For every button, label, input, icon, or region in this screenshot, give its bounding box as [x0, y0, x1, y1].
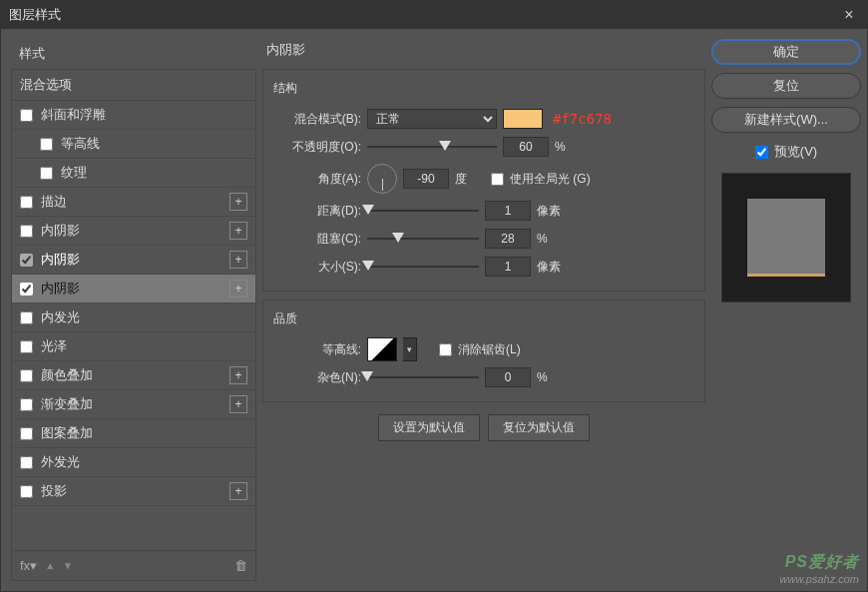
- preview-box: [721, 173, 851, 302]
- watermark: PS爱好者 www.psahz.com: [780, 552, 859, 585]
- style-checkbox[interactable]: [20, 340, 33, 353]
- down-icon[interactable]: ▼: [63, 560, 73, 571]
- style-item[interactable]: 图案叠加: [12, 419, 255, 448]
- distance-row: 距离(D): 像素: [273, 197, 694, 225]
- reset-default-button[interactable]: 复位为默认值: [488, 414, 590, 441]
- style-item[interactable]: 渐变叠加+: [12, 390, 255, 419]
- choke-label: 阻塞(C):: [273, 231, 361, 248]
- preview-label: 预览(V): [774, 143, 817, 161]
- style-item[interactable]: 斜面和浮雕: [12, 101, 255, 130]
- up-icon[interactable]: ▲: [45, 560, 55, 571]
- close-icon[interactable]: ×: [839, 6, 859, 24]
- style-checkbox[interactable]: [20, 427, 33, 440]
- style-checkbox[interactable]: [20, 311, 33, 324]
- style-checkbox[interactable]: [20, 369, 33, 382]
- antialias-checkbox[interactable]: [439, 343, 452, 356]
- style-item[interactable]: 纹理: [12, 159, 255, 188]
- settings-panel: 内阴影 结构 混合模式(B): 正常 #f7c678 不透明度(O): %: [262, 39, 705, 581]
- size-slider[interactable]: [367, 259, 479, 275]
- preview-checkbox[interactable]: [755, 146, 768, 159]
- style-item[interactable]: 内阴影+: [12, 246, 255, 275]
- style-item[interactable]: 外发光: [12, 448, 255, 477]
- style-item[interactable]: 内阴影+: [12, 275, 255, 303]
- size-unit: 像素: [537, 259, 567, 276]
- panel-title: 内阴影: [262, 39, 705, 61]
- angle-dial[interactable]: [367, 164, 397, 194]
- style-item[interactable]: 等高线: [12, 130, 255, 159]
- contour-dropdown[interactable]: ▾: [403, 337, 417, 361]
- distance-input[interactable]: [485, 201, 531, 221]
- style-item[interactable]: 投影+: [12, 477, 255, 506]
- style-item[interactable]: 内阴影+: [12, 217, 255, 246]
- style-checkbox[interactable]: [20, 485, 33, 498]
- style-item[interactable]: 光泽: [12, 332, 255, 361]
- contour-label: 等高线:: [273, 341, 361, 358]
- ok-button[interactable]: 确定: [711, 39, 861, 65]
- style-label: 图案叠加: [41, 424, 247, 442]
- opacity-unit: %: [555, 140, 585, 154]
- style-label: 纹理: [61, 164, 247, 182]
- spacer: [12, 506, 255, 550]
- add-icon[interactable]: +: [229, 395, 247, 413]
- cancel-button[interactable]: 复位: [711, 73, 861, 99]
- color-annotation: #f7c678: [553, 111, 612, 127]
- quality-group: 品质 等高线: ▾ 消除锯齿(L) 杂色(N): %: [262, 299, 705, 402]
- choke-unit: %: [537, 232, 567, 246]
- set-default-button[interactable]: 设置为默认值: [378, 414, 480, 441]
- right-panel: 确定 复位 新建样式(W)... 预览(V): [711, 39, 861, 581]
- preview-swatch: [747, 199, 825, 277]
- style-checkbox[interactable]: [40, 138, 53, 151]
- fx-icon[interactable]: fx▾: [20, 558, 37, 573]
- choke-slider[interactable]: [367, 231, 479, 247]
- style-label: 内发光: [41, 308, 247, 326]
- style-label: 投影: [41, 482, 221, 500]
- style-checkbox[interactable]: [20, 254, 33, 267]
- preview-checkbox-row: 预览(V): [711, 143, 861, 161]
- add-icon[interactable]: +: [229, 280, 247, 297]
- add-icon[interactable]: +: [229, 482, 247, 500]
- color-swatch[interactable]: [503, 109, 543, 129]
- style-checkbox[interactable]: [20, 109, 33, 122]
- trash-icon[interactable]: 🗑: [234, 558, 247, 573]
- angle-input[interactable]: [403, 169, 449, 189]
- style-item[interactable]: 内发光: [12, 303, 255, 332]
- style-label: 内阴影: [41, 280, 221, 297]
- style-checkbox[interactable]: [20, 283, 33, 296]
- structure-group: 结构 混合模式(B): 正常 #f7c678 不透明度(O): % 角: [262, 69, 705, 292]
- style-label: 描边: [41, 193, 221, 211]
- contour-swatch[interactable]: [367, 337, 397, 361]
- noise-label: 杂色(N):: [273, 369, 361, 386]
- size-input[interactable]: [485, 257, 531, 277]
- add-icon[interactable]: +: [229, 193, 247, 211]
- distance-unit: 像素: [537, 203, 567, 220]
- style-checkbox[interactable]: [40, 167, 53, 180]
- opacity-input[interactable]: [503, 137, 549, 157]
- choke-input[interactable]: [485, 229, 531, 249]
- add-icon[interactable]: +: [229, 366, 247, 384]
- add-icon[interactable]: +: [229, 222, 247, 240]
- new-style-button[interactable]: 新建样式(W)...: [711, 107, 861, 133]
- style-label: 内阴影: [41, 251, 221, 269]
- add-icon[interactable]: +: [229, 251, 247, 269]
- global-light-checkbox[interactable]: [491, 173, 504, 186]
- blend-options[interactable]: 混合选项: [12, 70, 255, 101]
- noise-slider[interactable]: [367, 369, 479, 385]
- style-checkbox[interactable]: [20, 225, 33, 238]
- style-checkbox[interactable]: [20, 456, 33, 469]
- style-item[interactable]: 描边+: [12, 188, 255, 217]
- style-checkbox[interactable]: [20, 196, 33, 209]
- global-light-label: 使用全局光 (G): [510, 171, 591, 188]
- style-item[interactable]: 颜色叠加+: [12, 361, 255, 390]
- noise-input[interactable]: [485, 367, 531, 387]
- styles-list: 混合选项 斜面和浮雕等高线纹理描边+内阴影+内阴影+内阴影+内发光光泽颜色叠加+…: [11, 70, 256, 581]
- size-label: 大小(S):: [273, 259, 361, 276]
- opacity-slider[interactable]: [367, 139, 497, 155]
- style-checkbox[interactable]: [20, 398, 33, 411]
- quality-title: 品质: [273, 310, 694, 327]
- titlebar: 图层样式 ×: [1, 1, 867, 29]
- opacity-label: 不透明度(O):: [273, 139, 361, 156]
- distance-slider[interactable]: [367, 203, 479, 219]
- opacity-row: 不透明度(O): %: [273, 133, 694, 161]
- contour-row: 等高线: ▾ 消除锯齿(L): [273, 335, 694, 363]
- blend-mode-select[interactable]: 正常: [367, 109, 497, 129]
